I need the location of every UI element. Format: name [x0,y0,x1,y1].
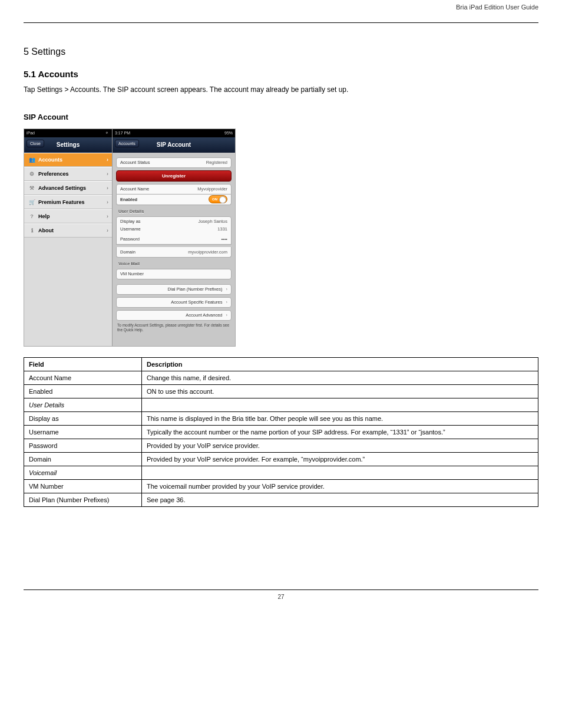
domain-label: Domain [120,249,135,255]
sidebar-item-label: Preferences [38,171,69,177]
table-row: Voicemail [24,466,538,479]
detail-title: SIP Account [157,141,191,148]
enabled-toggle[interactable]: ON [209,195,227,203]
sidebar-item-label: Accounts [38,157,62,163]
field-cell: VM Number [24,479,142,493]
sidebar-item-about[interactable]: ℹAbout› [24,223,112,238]
field-cell: Password [24,439,142,452]
advanced-settings-icon: ⚒ [28,185,36,191]
sidebar-item-label: Help [38,213,50,219]
table-row: Dial Plan (Number Prefixes)See page 36. [24,493,538,506]
field-cell: Domain [24,452,142,466]
username-label: Username [120,226,141,232]
chevron-right-icon: › [107,213,108,219]
section-title: 5.1 Accounts [24,69,538,79]
account-advanced-label: Account Advanced [186,312,222,318]
sidebar-list: 👥Accounts›⚙Preferences›⚒Advanced Setting… [24,153,112,238]
field-cell: User Details [24,398,142,411]
account-status-label: Account Status [120,160,150,165]
table-row: Display asThis name is displayed in the … [24,411,538,425]
table-row: PasswordProvided by your VoIP service pr… [24,439,538,452]
page-header: Bria iPad Edition User Guide [24,4,538,11]
table-row: UsernameTypically the account number or … [24,425,538,439]
account-name-value: Myvoipprovider [197,186,227,192]
status-bar-right: 3:17 PM 95% [113,129,235,137]
dial-plan-row[interactable]: Dial Plan (Number Prefixes) › [116,284,232,295]
intro-paragraph: Tap Settings > Accounts. The SIP account… [24,85,538,95]
account-name-row: Account Name Myvoipprovider [116,184,232,195]
sidebar-item-preferences[interactable]: ⚙Preferences› [24,167,112,181]
enabled-label: Enabled [120,197,137,202]
help-icon: ? [28,213,36,219]
back-button[interactable]: Accounts [115,140,139,147]
password-value: •••• [221,236,227,242]
voicemail-header: Voice Mail [118,261,230,266]
description-cell: ON to use this account. [142,384,538,398]
enabled-row: Enabled ON [116,195,232,205]
description-cell [142,466,538,479]
display-as-label: Display as [120,219,141,224]
field-cell: Dial Plan (Number Prefixes) [24,493,142,506]
domain-row[interactable]: Domain myvoipprovider.com [116,247,232,258]
vm-number-row[interactable]: VM Number [116,269,232,279]
username-value: 1331 [217,226,227,232]
sidebar-item-label: Premium Features [38,199,85,205]
table-row: EnabledON to use this account. [24,384,538,398]
field-cell: Username [24,425,142,439]
table-row: User Details [24,398,538,411]
description-cell: This name is displayed in the Bria title… [142,411,538,425]
page-footer: 27 [24,589,538,600]
wifi-icon: ᯤ [105,131,110,135]
close-button[interactable]: Close [27,140,44,147]
detail-content: Account Status Registered Unregister Acc… [113,153,235,346]
sidebar-item-label: Advanced Settings [38,185,86,191]
field-cell: Display as [24,411,142,425]
status-bar-left: iPad ᯤ [24,129,112,137]
unregister-button[interactable]: Unregister [116,170,232,182]
dial-plan-label: Dial Plan (Number Prefixes) [168,286,223,292]
description-cell: See page 36. [142,493,538,506]
password-row[interactable]: Password •••• [116,234,232,245]
description-cell: Change this name, if desired. [142,371,538,384]
account-features-row[interactable]: Account Specific Features › [116,297,232,308]
account-features-label: Account Specific Features [171,299,222,305]
domain-value: myvoipprovider.com [188,249,227,255]
chevron-right-icon: › [107,157,108,163]
account-status-row: Account Status Registered [116,157,232,168]
password-label: Password [120,236,140,242]
toggle-knob [219,196,226,203]
vm-number-label: VM Number [120,271,144,276]
doc-title: Bria iPad Edition User Guide [456,4,538,11]
header-rule [24,22,538,23]
about-icon: ℹ [28,228,36,233]
th-field: Field [24,357,142,371]
status-device: iPad [27,131,35,135]
preferences-icon: ⚙ [28,171,36,177]
table-row: VM NumberThe voicemail number provided b… [24,479,538,493]
status-battery: 95% [224,131,233,135]
description-cell: Provided by your VoIP service provider. [142,439,538,452]
description-cell: Typically the account number or the name… [142,425,538,439]
sidebar-item-premium-features[interactable]: 🛒Premium Features› [24,195,112,209]
display-as-value: Joseph Santos [198,219,227,224]
chevron-right-icon: › [107,199,108,205]
screenshot: iPad ᯤ Close Settings 👥Accounts›⚙Prefere… [24,129,236,347]
username-row[interactable]: Username 1331 [116,224,232,235]
detail-header: Accounts SIP Account [113,137,235,153]
footnote-text: To modify Account Settings, please unreg… [117,323,230,332]
description-cell: Provided by your VoIP service provider. … [142,452,538,466]
sidebar-item-accounts[interactable]: 👥Accounts› [24,153,112,167]
sidebar-item-advanced-settings[interactable]: ⚒Advanced Settings› [24,181,112,195]
field-cell: Account Name [24,371,142,384]
page-number: 27 [277,594,284,600]
sub-heading: SIP Account [24,113,538,121]
account-advanced-row[interactable]: Account Advanced › [116,310,232,321]
accounts-icon: 👥 [28,157,36,163]
settings-header: Close Settings [24,137,112,153]
table-row: Account NameChange this name, if desired… [24,371,538,384]
detail-panel: 3:17 PM 95% Accounts SIP Account Account… [113,129,235,346]
description-cell [142,398,538,411]
sidebar-item-help[interactable]: ?Help› [24,209,112,223]
account-status-value: Registered [206,160,227,165]
chevron-right-icon: › [226,299,228,305]
